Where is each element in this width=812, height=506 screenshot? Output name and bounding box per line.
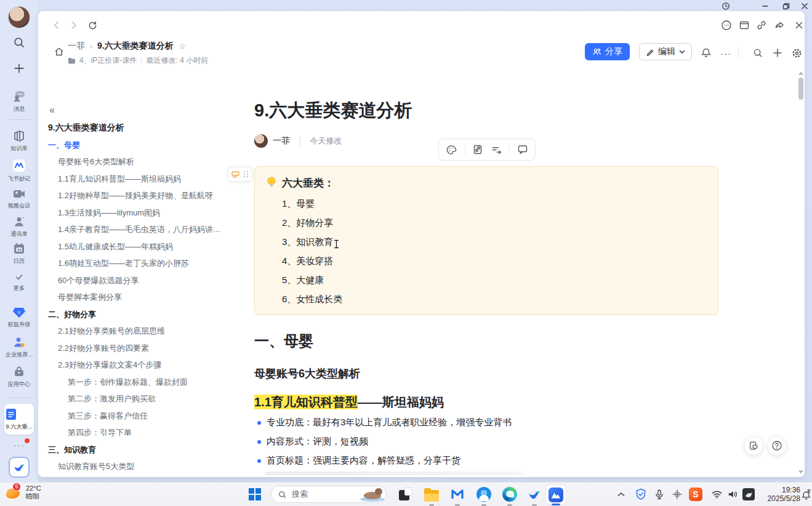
sidebar-item-upgrade[interactable]: 权益升级 [0,305,38,329]
outline-item[interactable]: 第二步：激发用户购买欲 [48,390,240,408]
task-view-button[interactable] [398,486,414,502]
notification-bell-button[interactable] [699,46,713,60]
sidebar-search-button[interactable] [0,36,38,49]
sidebar-item-meetings[interactable]: 视频会议 [0,188,38,210]
sidebar-item-recommend[interactable]: 企业推荐... [0,335,38,359]
bullet-item[interactable]: 专业功底：最好有3年以上育儿或者职业经验，增强专业背书 [257,417,512,428]
edit-button[interactable]: 编辑 [639,43,692,60]
home-icon[interactable] [53,46,65,58]
callout-item[interactable]: 4、美妆穿搭 [282,255,333,267]
feishu-taskbar-button[interactable] [526,486,542,502]
outline-item[interactable]: 1.5幼儿健康成长型——年糕妈妈 [48,238,240,255]
open-in-window-icon[interactable] [738,19,750,31]
search-highlight-otter-image[interactable] [360,488,385,502]
outline-item[interactable]: 1.3生活辣妈——lilymum闹妈 [48,204,240,222]
browser-o-app-button[interactable] [476,486,492,502]
maximize-restore-button[interactable] [779,1,793,11]
outline-item[interactable]: 1.2好物种草型——辣妈美美好物、是航航呀 [48,187,240,204]
outline-item[interactable]: 二、好物分享 [48,306,240,323]
star-icon[interactable]: ☆ [179,41,187,51]
outline-item[interactable]: 1.6萌娃互动型——老丁头家的小胖苏 [48,255,240,272]
crosshair-tray-icon[interactable] [669,486,685,502]
scrollbar-thumb[interactable] [798,78,803,100]
sidebar-item-appcenter[interactable]: 应用中心 [0,365,38,388]
close-doc-icon[interactable] [793,19,805,31]
settings-gear-button[interactable] [790,46,803,60]
breadcrumb-parent[interactable]: 一菲 [68,41,85,52]
outline-item[interactable]: 第一步：创作爆款标题、爆款封面 [48,374,240,391]
doc-link-button[interactable] [472,144,483,155]
new-doc-button[interactable] [771,46,784,60]
author-name[interactable]: 一菲 [273,135,290,147]
security-shield-icon[interactable] [633,486,649,502]
edge-button[interactable] [502,486,518,502]
outline-item[interactable]: 1.4亲子教育型——毛毛虫英语，八斤妈妈讲... [48,221,240,238]
scroll-down-arrow[interactable] [798,470,803,474]
sidebar-item-wiki[interactable]: 知识库 [0,129,38,153]
history-icon[interactable] [719,1,733,11]
callout-item[interactable]: 6、女性成长类 [282,294,342,305]
share-button[interactable]: 分享 [585,43,630,60]
outline-item-active[interactable]: 一、母婴 [48,137,240,154]
ime-tray-icon[interactable] [741,486,757,502]
copy-link-icon[interactable] [755,19,768,31]
feishu-app-icon[interactable] [0,457,38,478]
active-app-button[interactable] [545,484,566,505]
nav-forward-button[interactable] [68,19,80,31]
outline-item[interactable]: 60个母婴爆款选题分享 [48,272,240,289]
outline-item[interactable]: 2.2好物分享账号的四要素 [48,340,240,357]
callout-item[interactable]: 3、知识教育 [282,236,333,248]
more-options-button[interactable]: ··· [719,46,733,60]
nav-refresh-button[interactable] [86,19,98,31]
outline-item[interactable]: 第三步：赢得客户信任 [48,408,240,425]
start-button[interactable] [247,486,263,502]
doc-title[interactable]: 9.六大垂类赛道分析 [254,98,412,123]
help-button[interactable] [767,436,787,456]
search-doc-button[interactable] [751,46,765,60]
sidebar-item-calendar[interactable]: 20 日历 [0,242,38,265]
taskbar-search-box[interactable]: 搜索 [271,486,387,503]
minimize-button[interactable] [758,1,772,11]
sidebar-item-more[interactable]: 更多 [0,271,38,292]
outline-item[interactable]: 三、知识教育 [48,441,240,459]
outline-list-button[interactable] [491,144,502,156]
drag-handle-icon[interactable] [243,171,249,178]
h3-heading[interactable]: 1.1育儿知识科普型——斯坦福妈妈 [254,394,444,411]
sidebar-open-doc-tab[interactable]: 9.六大垂... [4,404,34,435]
outline-item[interactable]: 9.六大垂类赛道分析 [48,119,240,137]
close-button[interactable] [798,1,811,11]
breadcrumb-doc-title[interactable]: 9.六大垂类赛道分析 [97,41,174,52]
doc-comments-icon[interactable] [720,19,733,31]
outline-item[interactable]: 2.1好物分享类账号的底层思维 [48,323,240,340]
author-avatar[interactable] [254,134,268,148]
callout-item[interactable]: 5、大健康 [282,275,324,286]
outline-item[interactable]: 第四步：引导下单 [48,424,240,441]
microphone-tray-icon[interactable] [651,486,667,502]
nav-back-button[interactable] [50,19,63,31]
wifi-icon[interactable] [709,486,725,502]
callout-item[interactable]: 1、母婴 [282,198,315,210]
taskbar-weather-widget[interactable]: 5 22°C 晴朗 [5,484,41,501]
sidebar-more-apps[interactable]: ··· [0,440,38,451]
doc-scrollbar[interactable] [798,71,804,475]
callout-block-icon[interactable] [231,171,239,178]
bullet-item[interactable]: 内容形式：评测，短视频 [257,436,368,448]
outline-item[interactable]: 母婴脚本案例分享 [48,289,240,306]
notification-dnd-icon[interactable] [798,486,812,502]
scroll-up-arrow[interactable] [798,71,803,75]
sidebar-item-minutes[interactable]: 飞书妙记 [0,158,38,183]
comment-button[interactable] [517,144,528,155]
user-avatar[interactable] [0,6,38,28]
volume-icon[interactable] [725,486,741,502]
sogou-input-icon[interactable]: S [688,486,704,502]
share-forward-icon[interactable] [773,19,786,31]
theme-palette-button[interactable] [446,144,457,156]
section-heading[interactable]: 一、母婴 [254,331,313,351]
file-explorer-button[interactable] [424,486,440,502]
sidebar-add-button[interactable] [0,62,38,75]
outline-item[interactable]: 知识教育账号5大类型 [48,458,240,475]
outline-item[interactable]: 母婴账号6大类型解析 [48,153,240,171]
folder-name[interactable]: 4、iP正价课-课件 [79,55,137,66]
callout-block[interactable]: 六大垂类： 1、母婴 2、好物分享 3、知识教育 4、美妆穿搭 5、大健康 6、… [254,166,718,315]
taskbar-clock[interactable]: 19:36 2025/5/28 [758,486,800,503]
